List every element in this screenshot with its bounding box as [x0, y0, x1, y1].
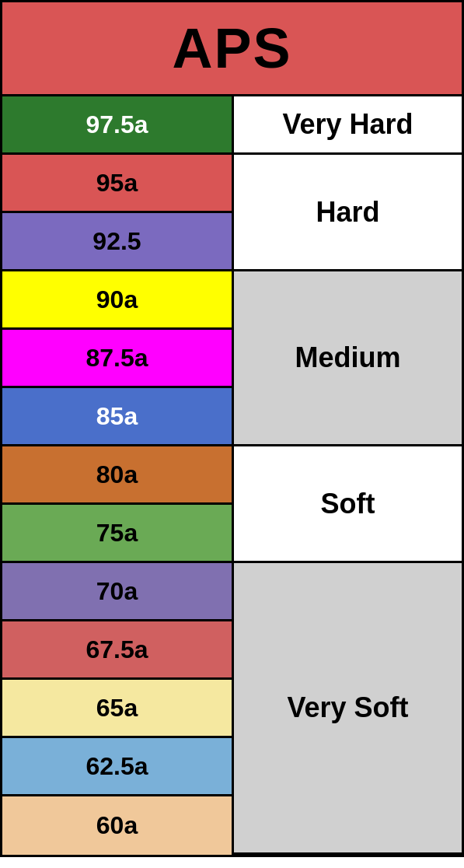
value-90a: 90a [96, 285, 138, 314]
label-very-hard: Very Hard [282, 108, 413, 141]
value-75a: 75a [96, 519, 138, 548]
value-60a: 60a [96, 811, 138, 840]
label-hard: Hard [316, 196, 379, 229]
value-65a: 65a [96, 694, 138, 723]
cell-hard: Hard [234, 155, 462, 271]
cell-90a: 90a [2, 271, 234, 330]
aps-table: APS 97.5a Very Hard 95a Hard 92.5 90a Me… [0, 0, 464, 857]
cell-62-5a: 62.5a [2, 738, 234, 796]
cell-97-5a: 97.5a [2, 96, 234, 155]
label-medium: Medium [295, 341, 400, 374]
value-62-5a: 62.5a [85, 752, 148, 781]
header: APS [2, 2, 462, 96]
cell-soft: Soft [234, 446, 462, 563]
cell-65a: 65a [2, 680, 234, 738]
label-soft: Soft [321, 488, 375, 520]
cell-75a: 75a [2, 505, 234, 563]
value-87-5a: 87.5a [85, 344, 148, 373]
cell-60a: 60a [2, 796, 234, 855]
header-title: APS [172, 17, 291, 79]
cell-70a: 70a [2, 563, 234, 621]
main-grid: 97.5a Very Hard 95a Hard 92.5 90a Medium… [2, 96, 462, 855]
cell-medium: Medium [234, 271, 462, 446]
cell-95a: 95a [2, 155, 234, 213]
value-97-5a: 97.5a [85, 110, 148, 139]
value-67-5a: 67.5a [85, 635, 148, 664]
value-92-5: 92.5 [92, 227, 141, 256]
cell-85a: 85a [2, 388, 234, 446]
value-80a: 80a [96, 460, 138, 489]
label-very-soft: Very Soft [287, 691, 408, 724]
cell-very-hard: Very Hard [234, 96, 462, 155]
cell-87-5a: 87.5a [2, 330, 234, 388]
cell-80a: 80a [2, 446, 234, 505]
value-95a: 95a [96, 169, 138, 198]
value-70a: 70a [96, 577, 138, 606]
cell-67-5a: 67.5a [2, 621, 234, 680]
cell-very-soft: Very Soft [234, 563, 462, 855]
value-85a: 85a [96, 402, 138, 431]
cell-92-5: 92.5 [2, 213, 234, 271]
